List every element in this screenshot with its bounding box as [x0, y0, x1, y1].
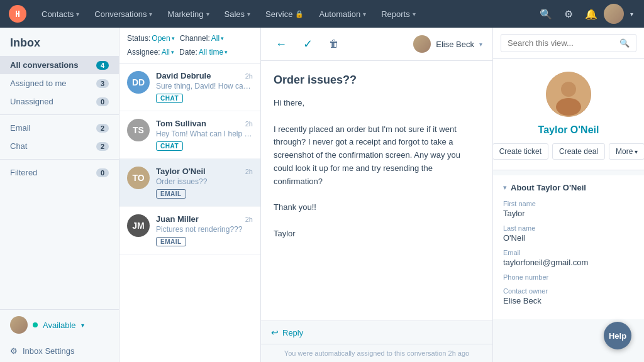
search-area: 🔍	[493, 28, 644, 59]
available-arrow: ▾	[81, 322, 84, 329]
user-small-avatar	[10, 316, 28, 334]
sidebar-item-filtered[interactable]: Filtered 0	[0, 163, 119, 182]
more-button[interactable]: More ▾	[609, 143, 644, 160]
sidebar-bottom: Available ▾ ⚙ Inbox Settings	[0, 309, 119, 362]
nav-reports[interactable]: Reports ▾	[375, 6, 422, 23]
assignee-avatar	[413, 35, 431, 53]
search-box[interactable]: 🔍	[501, 34, 636, 52]
contact-assignee[interactable]: Elise Beck ▾	[413, 35, 482, 53]
chevron-down-icon: ▾	[413, 11, 416, 18]
conversation-message: Hi there, I recently placed an order but…	[274, 97, 480, 241]
notifications-icon[interactable]: 🔔	[581, 4, 601, 24]
inbox-title: Inbox	[0, 28, 119, 56]
avatar: TS	[127, 119, 150, 141]
conversation-filters: Status: Open ▾ Channel: All ▾ Assignee: …	[119, 28, 260, 63]
nav-marketing[interactable]: Marketing ▾	[161, 6, 215, 23]
conversation-main: ← ✓ 🗑 Elise Beck ▾ Order issues?? Hi the…	[261, 28, 493, 362]
avatar: TO	[127, 167, 150, 189]
conversation-item[interactable]: DD David Debrule 2h Sure thing, David! H…	[119, 63, 260, 111]
chevron-down-icon: ▾	[247, 11, 250, 18]
conversation-item[interactable]: TS Tom Sullivan 2h Hey Tom! What can I h…	[119, 111, 260, 159]
create-ticket-button[interactable]: Create ticket	[493, 143, 548, 160]
nav-icons: 🔍 ⚙ 🔔 ▾	[536, 4, 636, 24]
create-deal-button[interactable]: Create deal	[552, 143, 605, 160]
back-button[interactable]: ←	[271, 34, 291, 54]
sidebar-item-assigned-to-me[interactable]: Assigned to me 3	[0, 74, 119, 92]
nav-service[interactable]: Service 🔒	[259, 6, 310, 23]
reply-area[interactable]: ↩ Reply	[261, 321, 492, 344]
settings-gear-icon: ⚙	[10, 346, 18, 356]
conversation-toolbar: ← ✓ 🗑 Elise Beck ▾	[261, 28, 492, 61]
chevron-down-icon: ▾	[149, 11, 152, 18]
availability-toggle[interactable]: Available ▾	[0, 310, 119, 340]
conversation-item[interactable]: TO Taylor O'Neil 2h Order issues?? EMAIL	[119, 159, 260, 207]
conversation-body: Order issues?? Hi there, I recently plac…	[261, 61, 492, 321]
right-panel: 🔍 Taylor O'Neil Create ticket Create dea…	[493, 28, 644, 362]
channel-filter[interactable]: Channel: All ▾	[180, 34, 224, 43]
chevron-down-icon: ▾	[76, 11, 79, 18]
help-button[interactable]: Help	[604, 322, 631, 349]
top-nav: Contacts ▾ Conversations ▾ Marketing ▾ S…	[0, 0, 644, 28]
conversation-list: Status: Open ▾ Channel: All ▾ Assignee: …	[119, 28, 261, 362]
svg-point-2	[561, 82, 576, 97]
about-header[interactable]: ▾ About Taylor O'Neil	[503, 183, 634, 192]
nav-contacts[interactable]: Contacts ▾	[35, 6, 86, 23]
search-input[interactable]	[508, 38, 616, 48]
conversation-item[interactable]: JM Juan Miller 2h Pictures not rendering…	[119, 207, 260, 255]
avatar: JM	[127, 214, 150, 237]
reply-icon: ↩	[271, 327, 279, 337]
sidebar: Inbox All conversations 4 Assigned to me…	[0, 28, 119, 362]
inbox-settings-link[interactable]: ⚙ Inbox Settings	[0, 340, 119, 362]
contact-actions: Create ticket Create deal More ▾	[493, 143, 644, 160]
settings-icon[interactable]: ⚙	[558, 4, 579, 24]
contact-arrow: ▾	[479, 41, 482, 48]
search-icon[interactable]: 🔍	[536, 4, 556, 24]
contact-name: Taylor O'Neil	[538, 124, 599, 136]
chevron-down-icon: ▾	[363, 11, 366, 18]
about-section: ▾ About Taylor O'Neil First name Taylor …	[493, 175, 644, 319]
date-filter[interactable]: Date: All time ▾	[179, 48, 228, 57]
field-first-name: First name Taylor	[503, 200, 634, 218]
reply-button[interactable]: ↩ Reply	[271, 327, 482, 337]
contact-avatar-large	[546, 72, 591, 117]
filter-arrow: ▾	[221, 35, 224, 41]
field-contact-owner: Contact owner Elise Beck	[503, 287, 634, 305]
contact-profile: Taylor O'Neil Create ticket Create deal …	[493, 59, 644, 170]
about-chevron-icon: ▾	[503, 184, 507, 192]
conversation-items: DD David Debrule 2h Sure thing, David! H…	[119, 63, 260, 362]
svg-point-3	[556, 98, 581, 116]
lock-icon: 🔒	[295, 10, 304, 18]
hubspot-logo[interactable]	[8, 4, 28, 24]
status-filter[interactable]: Status: Open ▾	[127, 34, 175, 43]
nav-automation[interactable]: Automation ▾	[313, 6, 372, 23]
more-arrow: ▾	[635, 148, 638, 155]
sidebar-divider-2	[0, 159, 119, 160]
filter-arrow: ▾	[225, 49, 228, 55]
sidebar-item-unassigned[interactable]: Unassigned 0	[0, 92, 119, 111]
user-menu-arrow[interactable]: ▾	[626, 4, 636, 24]
sidebar-item-chat[interactable]: Chat 2	[0, 137, 119, 155]
avatar: DD	[127, 71, 150, 94]
chevron-down-icon: ▾	[206, 11, 209, 18]
assignee-filter[interactable]: Assignee: All ▾	[127, 48, 174, 57]
check-button[interactable]: ✓	[297, 34, 318, 54]
field-last-name: Last name O'Neil	[503, 224, 634, 243]
sidebar-item-email[interactable]: Email 2	[0, 119, 119, 137]
user-avatar[interactable]	[604, 4, 624, 24]
main-layout: Inbox All conversations 4 Assigned to me…	[0, 28, 644, 362]
field-phone: Phone number	[503, 273, 634, 281]
conversation-subject: Order issues??	[274, 74, 480, 87]
filter-arrow: ▾	[171, 49, 174, 55]
filter-arrow: ▾	[172, 35, 175, 41]
nav-sales[interactable]: Sales ▾	[218, 6, 257, 23]
auto-assign-notice: You were automatically assigned to this …	[261, 344, 492, 362]
search-icon: 🔍	[619, 38, 630, 48]
available-dot	[33, 322, 38, 327]
sidebar-item-all-conversations[interactable]: All conversations 4	[0, 56, 119, 74]
sidebar-divider	[0, 114, 119, 115]
field-email: Email taylorfoneil@gmail.com	[503, 249, 634, 267]
nav-conversations[interactable]: Conversations ▾	[88, 6, 158, 23]
delete-button[interactable]: 🗑	[324, 34, 344, 54]
